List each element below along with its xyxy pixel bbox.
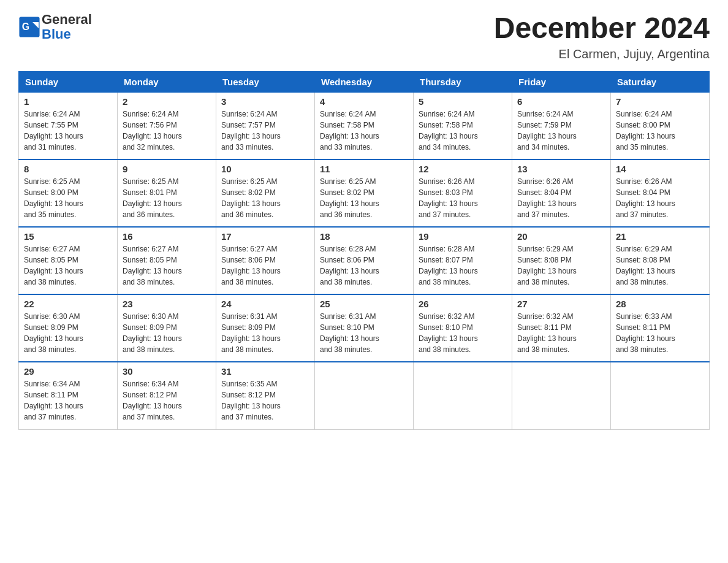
day-number: 8 bbox=[24, 164, 112, 174]
calendar-cell: 4 Sunrise: 6:24 AMSunset: 7:58 PMDayligh… bbox=[315, 92, 414, 159]
calendar-cell: 13 Sunrise: 6:26 AMSunset: 8:04 PMDaylig… bbox=[512, 159, 611, 227]
day-number: 2 bbox=[123, 96, 211, 107]
day-info: Sunrise: 6:24 AMSunset: 7:58 PMDaylight:… bbox=[320, 110, 379, 151]
day-info: Sunrise: 6:25 AMSunset: 8:01 PMDaylight:… bbox=[123, 177, 182, 219]
day-number: 21 bbox=[616, 231, 704, 242]
calendar-cell: 3 Sunrise: 6:24 AMSunset: 7:57 PMDayligh… bbox=[216, 92, 315, 159]
calendar-cell: 1 Sunrise: 6:24 AMSunset: 7:55 PMDayligh… bbox=[19, 92, 118, 159]
logo-text: General Blue bbox=[42, 12, 92, 42]
day-info: Sunrise: 6:34 AMSunset: 8:12 PMDaylight:… bbox=[123, 380, 182, 421]
day-number: 31 bbox=[221, 366, 309, 377]
day-info: Sunrise: 6:24 AMSunset: 7:56 PMDaylight:… bbox=[123, 110, 182, 151]
logo-blue: Blue bbox=[42, 26, 71, 42]
calendar-cell: 31 Sunrise: 6:35 AMSunset: 8:12 PMDaylig… bbox=[216, 362, 315, 429]
calendar-cell: 14 Sunrise: 6:26 AMSunset: 8:04 PMDaylig… bbox=[611, 159, 710, 227]
day-info: Sunrise: 6:25 AMSunset: 8:02 PMDaylight:… bbox=[221, 177, 281, 219]
calendar-cell: 25 Sunrise: 6:31 AMSunset: 8:10 PMDaylig… bbox=[315, 294, 414, 362]
day-number: 30 bbox=[123, 366, 211, 377]
day-info: Sunrise: 6:31 AMSunset: 8:09 PMDaylight:… bbox=[221, 312, 281, 354]
day-number: 4 bbox=[320, 96, 408, 107]
calendar-week-1: 1 Sunrise: 6:24 AMSunset: 7:55 PMDayligh… bbox=[19, 92, 710, 159]
calendar-week-4: 22 Sunrise: 6:30 AMSunset: 8:09 PMDaylig… bbox=[19, 294, 710, 362]
day-info: Sunrise: 6:26 AMSunset: 8:04 PMDaylight:… bbox=[616, 177, 675, 219]
day-number: 15 bbox=[24, 231, 112, 242]
logo-general: General bbox=[42, 12, 92, 27]
location-subtitle: El Carmen, Jujuy, Argentina bbox=[494, 47, 710, 61]
day-info: Sunrise: 6:27 AMSunset: 8:06 PMDaylight:… bbox=[221, 245, 281, 286]
svg-text:G: G bbox=[22, 21, 29, 32]
day-number: 23 bbox=[123, 299, 211, 309]
day-info: Sunrise: 6:34 AMSunset: 8:11 PMDaylight:… bbox=[24, 380, 83, 421]
day-info: Sunrise: 6:24 AMSunset: 8:00 PMDaylight:… bbox=[616, 110, 675, 151]
day-info: Sunrise: 6:32 AMSunset: 8:10 PMDaylight:… bbox=[419, 312, 478, 354]
day-number: 19 bbox=[419, 231, 507, 242]
day-info: Sunrise: 6:29 AMSunset: 8:08 PMDaylight:… bbox=[616, 245, 675, 286]
day-number: 13 bbox=[517, 164, 605, 174]
month-title: December 2024 bbox=[494, 12, 710, 45]
day-number: 24 bbox=[221, 299, 309, 309]
calendar-cell: 7 Sunrise: 6:24 AMSunset: 8:00 PMDayligh… bbox=[611, 92, 710, 159]
day-number: 11 bbox=[320, 164, 408, 174]
calendar-cell: 16 Sunrise: 6:27 AMSunset: 8:05 PMDaylig… bbox=[118, 227, 216, 294]
day-info: Sunrise: 6:24 AMSunset: 7:59 PMDaylight:… bbox=[517, 110, 577, 151]
calendar-cell: 26 Sunrise: 6:32 AMSunset: 8:10 PMDaylig… bbox=[414, 294, 512, 362]
logo: G General Blue bbox=[18, 12, 92, 42]
calendar-cell: 20 Sunrise: 6:29 AMSunset: 8:08 PMDaylig… bbox=[512, 227, 611, 294]
col-header-friday: Friday bbox=[512, 71, 611, 92]
day-info: Sunrise: 6:28 AMSunset: 8:06 PMDaylight:… bbox=[320, 245, 379, 286]
calendar-cell: 9 Sunrise: 6:25 AMSunset: 8:01 PMDayligh… bbox=[118, 159, 216, 227]
day-info: Sunrise: 6:32 AMSunset: 8:11 PMDaylight:… bbox=[517, 312, 577, 354]
col-header-monday: Monday bbox=[118, 71, 216, 92]
calendar-cell: 24 Sunrise: 6:31 AMSunset: 8:09 PMDaylig… bbox=[216, 294, 315, 362]
day-number: 9 bbox=[123, 164, 211, 174]
day-number: 17 bbox=[221, 231, 309, 242]
calendar-cell: 2 Sunrise: 6:24 AMSunset: 7:56 PMDayligh… bbox=[118, 92, 216, 159]
day-info: Sunrise: 6:28 AMSunset: 8:07 PMDaylight:… bbox=[419, 245, 478, 286]
title-block: December 2024 El Carmen, Jujuy, Argentin… bbox=[494, 12, 710, 61]
calendar-cell: 30 Sunrise: 6:34 AMSunset: 8:12 PMDaylig… bbox=[118, 362, 216, 429]
day-info: Sunrise: 6:29 AMSunset: 8:08 PMDaylight:… bbox=[517, 245, 577, 286]
day-info: Sunrise: 6:26 AMSunset: 8:03 PMDaylight:… bbox=[419, 177, 478, 219]
day-number: 3 bbox=[221, 96, 309, 107]
calendar-header-row: SundayMondayTuesdayWednesdayThursdayFrid… bbox=[19, 71, 710, 92]
calendar-cell: 29 Sunrise: 6:34 AMSunset: 8:11 PMDaylig… bbox=[19, 362, 118, 429]
calendar-cell: 22 Sunrise: 6:30 AMSunset: 8:09 PMDaylig… bbox=[19, 294, 118, 362]
calendar-cell: 11 Sunrise: 6:25 AMSunset: 8:02 PMDaylig… bbox=[315, 159, 414, 227]
calendar-cell: 17 Sunrise: 6:27 AMSunset: 8:06 PMDaylig… bbox=[216, 227, 315, 294]
day-info: Sunrise: 6:25 AMSunset: 8:00 PMDaylight:… bbox=[24, 177, 83, 219]
col-header-saturday: Saturday bbox=[611, 71, 710, 92]
calendar-cell: 19 Sunrise: 6:28 AMSunset: 8:07 PMDaylig… bbox=[414, 227, 512, 294]
calendar-cell: 18 Sunrise: 6:28 AMSunset: 8:06 PMDaylig… bbox=[315, 227, 414, 294]
day-info: Sunrise: 6:27 AMSunset: 8:05 PMDaylight:… bbox=[123, 245, 182, 286]
calendar-cell bbox=[414, 362, 512, 429]
day-number: 29 bbox=[24, 366, 112, 377]
calendar-cell bbox=[611, 362, 710, 429]
col-header-thursday: Thursday bbox=[414, 71, 512, 92]
calendar-cell: 12 Sunrise: 6:26 AMSunset: 8:03 PMDaylig… bbox=[414, 159, 512, 227]
day-number: 18 bbox=[320, 231, 408, 242]
calendar-cell: 5 Sunrise: 6:24 AMSunset: 7:58 PMDayligh… bbox=[414, 92, 512, 159]
calendar-cell: 23 Sunrise: 6:30 AMSunset: 8:09 PMDaylig… bbox=[118, 294, 216, 362]
day-number: 28 bbox=[616, 299, 704, 309]
calendar-cell: 8 Sunrise: 6:25 AMSunset: 8:00 PMDayligh… bbox=[19, 159, 118, 227]
day-info: Sunrise: 6:24 AMSunset: 7:58 PMDaylight:… bbox=[419, 110, 478, 151]
day-info: Sunrise: 6:24 AMSunset: 7:55 PMDaylight:… bbox=[24, 110, 83, 151]
day-number: 22 bbox=[24, 299, 112, 309]
day-number: 20 bbox=[517, 231, 605, 242]
calendar-cell: 28 Sunrise: 6:33 AMSunset: 8:11 PMDaylig… bbox=[611, 294, 710, 362]
day-number: 14 bbox=[616, 164, 704, 174]
day-info: Sunrise: 6:30 AMSunset: 8:09 PMDaylight:… bbox=[24, 312, 83, 354]
calendar-cell bbox=[315, 362, 414, 429]
logo-icon: G bbox=[18, 16, 40, 38]
day-info: Sunrise: 6:26 AMSunset: 8:04 PMDaylight:… bbox=[517, 177, 577, 219]
day-number: 12 bbox=[419, 164, 507, 174]
day-info: Sunrise: 6:24 AMSunset: 7:57 PMDaylight:… bbox=[221, 110, 281, 151]
day-info: Sunrise: 6:33 AMSunset: 8:11 PMDaylight:… bbox=[616, 312, 675, 354]
day-number: 10 bbox=[221, 164, 309, 174]
calendar-cell: 27 Sunrise: 6:32 AMSunset: 8:11 PMDaylig… bbox=[512, 294, 611, 362]
day-info: Sunrise: 6:31 AMSunset: 8:10 PMDaylight:… bbox=[320, 312, 379, 354]
day-info: Sunrise: 6:35 AMSunset: 8:12 PMDaylight:… bbox=[221, 380, 281, 421]
col-header-tuesday: Tuesday bbox=[216, 71, 315, 92]
day-number: 27 bbox=[517, 299, 605, 309]
col-header-wednesday: Wednesday bbox=[315, 71, 414, 92]
